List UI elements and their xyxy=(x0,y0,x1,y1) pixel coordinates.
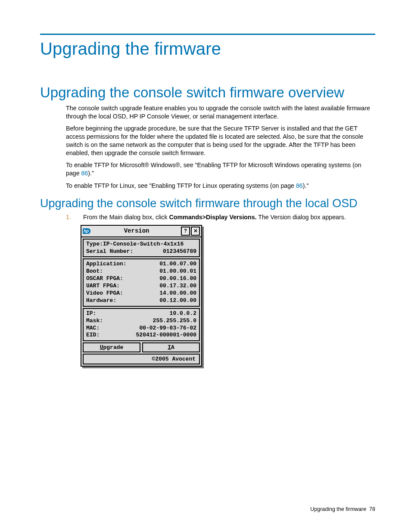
dialog-titlebar: hp Version ? ✕ xyxy=(81,226,201,237)
info-row: Video FPGA:14.00.00.00 xyxy=(86,290,196,297)
footer-page-number: 78 xyxy=(369,506,375,512)
upgrade-button[interactable]: Upgrade xyxy=(83,342,140,352)
value: 00.17.32.00 xyxy=(159,283,196,290)
value: 255.255.255.0 xyxy=(153,317,196,325)
step-item: 1. From the Main dialog box, click Comma… xyxy=(66,214,375,221)
info-row: Mask:255.255.255.0 xyxy=(86,317,196,325)
label: EID: xyxy=(86,332,100,339)
info-row: IP:10.0.0.2 xyxy=(86,310,196,317)
horizontal-rule xyxy=(40,34,375,35)
info-row: Serial Number: 0123456789 xyxy=(86,248,196,255)
text: A xyxy=(171,344,174,351)
label: Application: xyxy=(86,261,127,268)
version-dialog: hp Version ? ✕ Type:IP-Console-Switch-4x… xyxy=(81,225,202,367)
close-button[interactable]: ✕ xyxy=(191,227,200,236)
paragraph: To enable TFTP for Microsoft® Windows®, … xyxy=(66,161,375,177)
info-row: Boot:01.00.00.01 xyxy=(86,268,196,275)
dialog-section-identity: Type:IP-Console-Switch-4x1x16 Serial Num… xyxy=(83,239,200,258)
dialog-footer: ©2005 Avocent xyxy=(83,354,200,364)
text: From the Main dialog box, click xyxy=(83,214,169,221)
footer-text: Upgrading the firmware xyxy=(310,506,366,512)
page-title: Upgrading the firmware xyxy=(40,39,375,59)
label: MAC: xyxy=(86,325,100,332)
paragraph: The console switch upgrade feature enabl… xyxy=(66,104,375,120)
text: pgrade xyxy=(103,344,124,351)
paragraph: To enable TFTP for Linux, see "Enabling … xyxy=(66,182,375,190)
value: 00.00.16.00 xyxy=(159,275,196,283)
info-row: OSCAR FPGA:00.00.16.00 xyxy=(86,275,196,283)
text: To enable TFTP for Linux, see "Enabling … xyxy=(66,182,296,189)
paragraph: Before beginning the upgrade procedure, … xyxy=(66,124,375,157)
text: To enable TFTP for Microsoft® Windows®, … xyxy=(66,162,361,177)
dialog-title: Version xyxy=(93,227,180,234)
value: 14.00.00.00 xyxy=(159,290,196,297)
label: IP: xyxy=(86,310,96,317)
value: 01.00.07.00 xyxy=(159,261,196,268)
info-row: UART FPGA:00.17.32.00 xyxy=(86,283,196,290)
value: 00-02-99-03-76-02 xyxy=(139,325,196,332)
mnemonic: U xyxy=(100,344,103,351)
value: 01.00.00.01 xyxy=(159,268,196,275)
value: 10.0.0.2 xyxy=(170,310,196,317)
hp-logo-icon: hp xyxy=(83,228,90,234)
value: 0123456789 xyxy=(163,248,196,255)
value: 520412-000001-0000 xyxy=(136,332,196,339)
text: The Version dialog box appears. xyxy=(257,214,346,221)
dialog-section-network: IP:10.0.0.2Mask:255.255.255.0MAC:00-02-9… xyxy=(83,308,200,342)
section-heading-overview: Upgrading the console switch firmware ov… xyxy=(40,84,375,101)
label: Mask: xyxy=(86,317,103,325)
mnemonic: I xyxy=(168,344,171,351)
info-row: Application:01.00.07.00 xyxy=(86,261,196,268)
text: )." xyxy=(303,182,309,189)
label: Boot: xyxy=(86,268,103,275)
section-heading-osd: Upgrading the console switch firmware th… xyxy=(40,197,375,210)
info-row: Type:IP-Console-Switch-4x1x16 xyxy=(86,241,196,248)
value: 00.12.00.00 xyxy=(159,297,196,305)
info-row: EID:520412-000001-0000 xyxy=(86,332,196,339)
dialog-section-versions: Application:01.00.07.00Boot:01.00.00.01O… xyxy=(83,258,200,306)
label: Type:IP-Console-Switch-4x1x16 xyxy=(86,241,184,248)
menu-path: Commands>Display Versions. xyxy=(169,214,257,221)
label: UART FPGA: xyxy=(86,283,120,290)
label: Hardware: xyxy=(86,297,116,305)
page-link[interactable]: 86 xyxy=(296,182,303,189)
step-number: 1. xyxy=(66,214,72,221)
dialog-button-row: Upgrade IA xyxy=(83,342,200,352)
label: OSCAR FPGA: xyxy=(86,275,123,283)
info-row: MAC:00-02-99-03-76-02 xyxy=(86,325,196,332)
label: Serial Number: xyxy=(86,248,133,255)
label: Video FPGA: xyxy=(86,290,123,297)
help-button[interactable]: ? xyxy=(181,227,190,236)
page-footer: Upgrading the firmware 78 xyxy=(310,506,375,512)
info-row: Hardware:00.12.00.00 xyxy=(86,297,196,305)
text: )." xyxy=(88,170,94,177)
page-link[interactable]: 86 xyxy=(81,170,88,177)
ia-button[interactable]: IA xyxy=(142,342,200,352)
step-text: From the Main dialog box, click Commands… xyxy=(83,214,346,221)
